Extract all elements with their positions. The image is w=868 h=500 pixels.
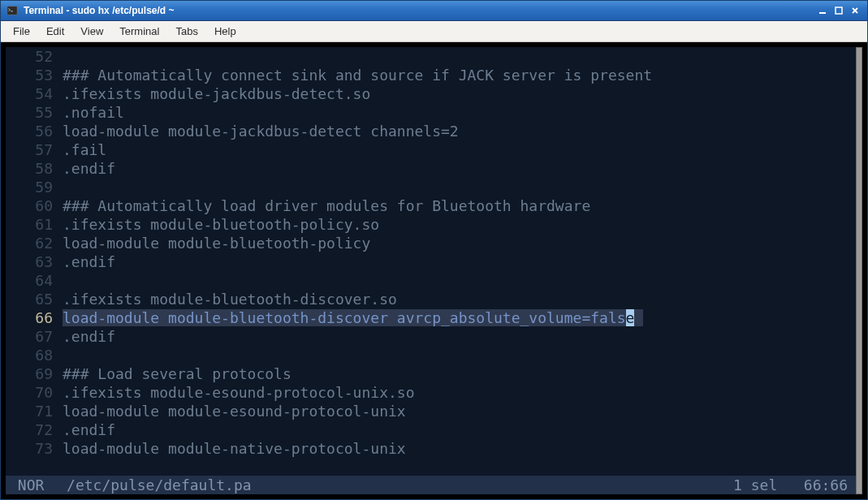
editor-line[interactable]: 67.endif (6, 327, 856, 346)
line-content[interactable]: load-module module-bluetooth-discover av… (63, 308, 643, 327)
line-content[interactable]: .endif (63, 252, 115, 271)
line-number: 52 (6, 47, 63, 66)
menu-terminal[interactable]: Terminal (112, 23, 166, 40)
line-content[interactable]: ### Automatically connect sink and sourc… (63, 66, 652, 84)
line-number: 60 (6, 196, 63, 215)
terminal-window: Terminal - sudo hx /etc/pulse/d ~ File E… (0, 0, 868, 500)
line-number: 59 (6, 178, 63, 196)
line-content[interactable]: .endif (63, 327, 115, 346)
terminal-wrap: 5253### Automatically connect sink and s… (1, 42, 867, 499)
menu-help[interactable]: Help (207, 23, 244, 40)
terminal[interactable]: 5253### Automatically connect sink and s… (6, 47, 862, 494)
line-number: 69 (6, 364, 63, 383)
line-number: 72 (6, 420, 63, 439)
line-content[interactable]: ### Automatically load driver modules fo… (63, 196, 590, 215)
maximize-button[interactable] (831, 4, 846, 17)
line-number: 70 (6, 383, 63, 402)
svg-rect-1 (819, 12, 826, 14)
line-content[interactable]: .fail (63, 140, 106, 159)
window-titlebar[interactable]: Terminal - sudo hx /etc/pulse/d ~ (1, 1, 867, 21)
status-mode: NOR (6, 476, 67, 494)
line-content[interactable]: load-module module-bluetooth-policy (63, 234, 370, 252)
status-file: /etc/pulse/default.pa (67, 476, 733, 494)
line-content[interactable]: .ifexists module-bluetooth-discover.so (63, 290, 397, 308)
editor-line[interactable]: 56load-module module-jackdbus-detect cha… (6, 122, 856, 140)
line-number: 71 (6, 402, 63, 420)
editor-line[interactable]: 72.endif (6, 420, 856, 439)
line-number: 68 (6, 346, 63, 364)
line-number: 56 (6, 122, 63, 140)
editor-line[interactable]: 70.ifexists module-esound-protocol-unix.… (6, 383, 856, 402)
editor-line[interactable]: 73load-module module-native-protocol-uni… (6, 439, 856, 458)
line-number: 62 (6, 234, 63, 252)
menu-edit[interactable]: Edit (39, 23, 71, 40)
line-number: 57 (6, 140, 63, 159)
status-bar: NOR /etc/pulse/default.pa 1 sel 66:66 (6, 476, 856, 494)
line-number: 73 (6, 439, 63, 458)
editor-line[interactable]: 66load-module module-bluetooth-discover … (6, 308, 856, 327)
editor-line[interactable]: 52 (6, 47, 856, 66)
line-number: 66 (6, 308, 63, 327)
editor-line[interactable]: 60### Automatically load driver modules … (6, 196, 856, 215)
editor-line[interactable]: 69### Load several protocols (6, 364, 856, 383)
line-content[interactable]: ### Load several protocols (63, 364, 291, 383)
line-number: 55 (6, 103, 63, 122)
editor-line[interactable]: 64 (6, 271, 856, 290)
line-number: 63 (6, 252, 63, 271)
editor-line[interactable]: 53### Automatically connect sink and sou… (6, 66, 856, 84)
line-number: 53 (6, 66, 63, 84)
status-right: 1 sel 66:66 (733, 476, 856, 494)
editor-line[interactable]: 59 (6, 178, 856, 196)
line-content[interactable]: .ifexists module-jackdbus-detect.so (63, 84, 370, 103)
editor-line[interactable]: 58.endif (6, 159, 856, 178)
svg-rect-2 (836, 7, 842, 14)
line-number: 64 (6, 271, 63, 290)
editor-line[interactable]: 55.nofail (6, 103, 856, 122)
line-number: 58 (6, 159, 63, 178)
line-content[interactable]: load-module module-esound-protocol-unix (63, 402, 406, 420)
editor-line[interactable]: 54.ifexists module-jackdbus-detect.so (6, 84, 856, 103)
editor-line[interactable]: 65.ifexists module-bluetooth-discover.so (6, 290, 856, 308)
menubar: File Edit View Terminal Tabs Help (1, 21, 867, 42)
menu-file[interactable]: File (6, 23, 37, 40)
line-number: 54 (6, 84, 63, 103)
line-number: 67 (6, 327, 63, 346)
line-number: 61 (6, 215, 63, 234)
editor-line[interactable]: 57.fail (6, 140, 856, 159)
svg-rect-0 (7, 6, 17, 15)
minimize-button[interactable] (815, 4, 830, 17)
editor-line[interactable]: 63.endif (6, 252, 856, 271)
line-content[interactable]: load-module module-jackdbus-detect chann… (63, 122, 459, 140)
window-title: Terminal - sudo hx /etc/pulse/d ~ (24, 5, 174, 16)
editor-line[interactable]: 61.ifexists module-bluetooth-policy.so (6, 215, 856, 234)
editor-line[interactable]: 71load-module module-esound-protocol-uni… (6, 402, 856, 420)
terminal-icon (6, 4, 19, 17)
line-content[interactable]: .ifexists module-esound-protocol-unix.so (63, 383, 414, 402)
editor-line[interactable]: 62load-module module-bluetooth-policy (6, 234, 856, 252)
close-button[interactable] (848, 4, 862, 17)
line-content[interactable]: load-module module-native-protocol-unix (63, 439, 406, 458)
menu-view[interactable]: View (73, 23, 110, 40)
menu-tabs[interactable]: Tabs (168, 23, 205, 40)
line-content[interactable]: .endif (63, 159, 115, 178)
editor-lines[interactable]: 5253### Automatically connect sink and s… (6, 47, 856, 476)
line-content[interactable]: .nofail (63, 103, 124, 122)
line-content[interactable]: .endif (63, 420, 115, 439)
editor[interactable]: 5253### Automatically connect sink and s… (6, 47, 856, 494)
line-content[interactable]: .ifexists module-bluetooth-policy.so (63, 215, 379, 234)
scrollbar-thumb[interactable] (856, 47, 862, 494)
terminal-scrollbar[interactable] (856, 47, 862, 494)
line-number: 65 (6, 290, 63, 308)
editor-line[interactable]: 68 (6, 346, 856, 364)
